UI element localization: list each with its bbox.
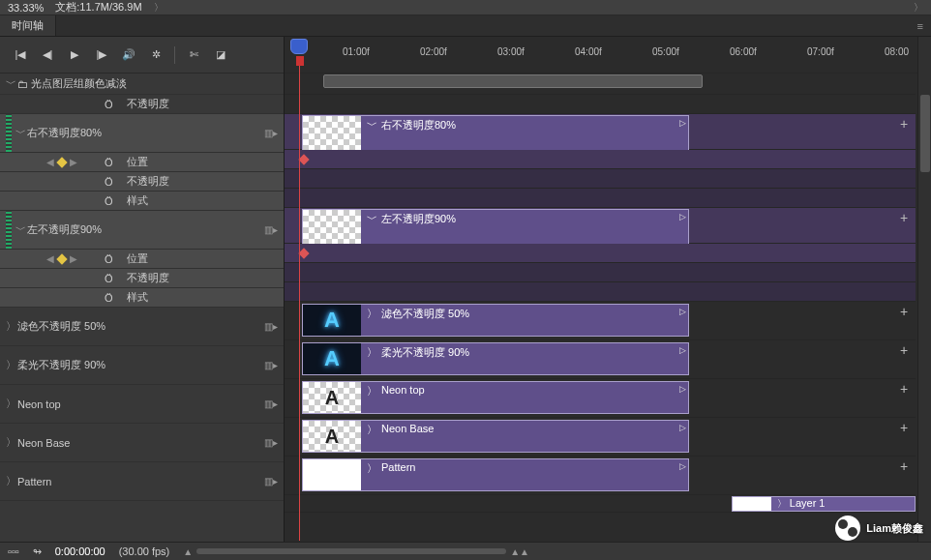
- vertical-scrollbar[interactable]: [917, 37, 931, 542]
- track-pattern[interactable]: 〉Pattern ▷ +: [285, 457, 916, 495]
- twirl-right-icon[interactable]: 〉: [6, 358, 17, 372]
- add-track-button[interactable]: +: [896, 304, 912, 319]
- twirl-right-icon[interactable]: 〉: [6, 319, 17, 334]
- twirl-down-icon[interactable]: ﹀: [367, 212, 377, 226]
- film-icon[interactable]: ▥▸: [264, 128, 278, 138]
- keyframe-diamond-icon[interactable]: [56, 157, 67, 167]
- twirl-right-icon[interactable]: 〉: [367, 345, 377, 360]
- prop-style[interactable]: Ö 样式: [0, 192, 284, 211]
- prop-position[interactable]: ◀▶ Ö 位置: [0, 250, 284, 269]
- track-row[interactable]: [285, 189, 916, 208]
- track-group[interactable]: [285, 74, 916, 95]
- clip-pattern[interactable]: 〉Pattern ▷: [302, 458, 689, 491]
- film-icon[interactable]: ▥▸: [264, 437, 278, 448]
- clip-right80[interactable]: ﹀右不透明度80% ▷: [302, 115, 689, 151]
- tab-timeline[interactable]: 时间轴: [0, 15, 56, 36]
- film-icon[interactable]: ▥▸: [264, 398, 278, 409]
- clip-filter50[interactable]: 〉滤色不透明度 50% ▷: [302, 304, 689, 337]
- twirl-right-icon[interactable]: 〉: [6, 435, 17, 450]
- layer-left90[interactable]: ﹀ 左不透明度90% ▥▸: [0, 211, 284, 250]
- add-track-button[interactable]: +: [896, 342, 912, 358]
- next-frame-button[interactable]: |▶: [93, 46, 110, 64]
- work-area-bar[interactable]: [323, 74, 703, 88]
- track-row[interactable]: [285, 263, 916, 282]
- chevron-right-icon[interactable]: 〉: [914, 1, 923, 15]
- clip-end-icon[interactable]: ▷: [679, 212, 686, 221]
- time-ruler[interactable]: 01:00f02:00f03:00f04:00f05:00f06:00f07:0…: [285, 37, 931, 74]
- twirl-right-icon[interactable]: 〉: [367, 423, 377, 437]
- track-row[interactable]: [285, 282, 916, 302]
- add-track-button[interactable]: +: [896, 210, 912, 225]
- track-right80[interactable]: ﹀右不透明度80% ▷ +: [285, 114, 916, 150]
- film-icon[interactable]: ▥▸: [264, 360, 278, 370]
- track-row[interactable]: [285, 244, 916, 263]
- prop-opacity[interactable]: Ö 不透明度: [0, 95, 284, 114]
- stopwatch-icon[interactable]: Ö: [105, 99, 113, 110]
- film-icon[interactable]: ▥▸: [264, 321, 278, 332]
- scroll-thumb[interactable]: [920, 95, 930, 172]
- layer-group[interactable]: ﹀ 🗀 光点图层组颜色减淡: [0, 74, 284, 95]
- twirl-down-icon[interactable]: ﹀: [367, 118, 377, 133]
- visibility-strip[interactable]: [6, 211, 12, 249]
- add-track-button[interactable]: +: [896, 458, 912, 474]
- clip-layer1[interactable]: 〉 Layer 1: [732, 496, 916, 512]
- track-left90[interactable]: ﹀左不透明度90% ▷ +: [285, 208, 916, 244]
- twirl-right-icon[interactable]: 〉: [367, 461, 377, 476]
- clip-neonbase[interactable]: 〉Neon Base ▷: [302, 420, 689, 453]
- loop-icon[interactable]: ↬: [33, 545, 42, 558]
- add-track-button[interactable]: +: [896, 381, 912, 397]
- clip-end-icon[interactable]: ▷: [679, 423, 686, 432]
- twirl-right-icon[interactable]: 〉: [6, 397, 17, 411]
- keyframe-marker[interactable]: [298, 248, 309, 258]
- stopwatch-icon[interactable]: Ö: [105, 195, 113, 207]
- twirl-right-icon[interactable]: 〉: [367, 384, 377, 398]
- chevron-right-icon[interactable]: 〉: [154, 1, 164, 15]
- audio-toggle-button[interactable]: 🔊: [120, 46, 137, 64]
- playhead-icon[interactable]: [290, 39, 308, 54]
- film-icon[interactable]: ▥▸: [264, 476, 278, 486]
- clip-end-icon[interactable]: ▷: [679, 307, 686, 316]
- clip-end-icon[interactable]: ▷: [679, 384, 686, 394]
- zoom-out-icon[interactable]: ▲: [183, 546, 193, 557]
- clip-end-icon[interactable]: ▷: [679, 345, 686, 355]
- keyframe-diamond-icon[interactable]: [56, 253, 67, 264]
- clip-left90[interactable]: ﹀左不透明度90% ▷: [302, 209, 689, 245]
- prev-frame-button[interactable]: ◀|: [39, 46, 56, 64]
- stopwatch-icon[interactable]: Ö: [105, 176, 113, 188]
- layer-pattern[interactable]: 〉 Pattern ▥▸: [0, 462, 284, 501]
- add-track-button[interactable]: +: [896, 116, 912, 132]
- track-filter50[interactable]: 〉滤色不透明度 50% ▷ +: [285, 302, 916, 340]
- layer-neonbase[interactable]: 〉 Neon Base ▥▸: [0, 424, 284, 462]
- split-button[interactable]: ✄: [185, 46, 202, 64]
- layer-soft90[interactable]: 〉 柔光不透明度 90% ▥▸: [0, 346, 284, 385]
- stopwatch-icon[interactable]: Ö: [105, 253, 113, 265]
- settings-button[interactable]: ✲: [147, 46, 165, 64]
- current-time[interactable]: 0:00:00:00: [55, 545, 105, 557]
- twirl-down-icon[interactable]: ﹀: [15, 222, 27, 237]
- stopwatch-icon[interactable]: Ö: [105, 273, 113, 284]
- go-start-button[interactable]: |◀: [12, 46, 29, 64]
- play-button[interactable]: ▶: [66, 46, 83, 64]
- twirl-right-icon[interactable]: 〉: [367, 307, 377, 321]
- prop-style[interactable]: Ö 样式: [0, 288, 284, 308]
- transition-button[interactable]: ◪: [212, 46, 229, 64]
- track-soft90[interactable]: 〉柔光不透明度 90% ▷ +: [285, 340, 916, 379]
- keyframe-marker[interactable]: [298, 154, 309, 164]
- zoom-slider[interactable]: [196, 548, 506, 554]
- zoom-in-icon[interactable]: ▲▲: [510, 546, 529, 557]
- prop-opacity[interactable]: Ö 不透明度: [0, 269, 284, 288]
- clip-end-icon[interactable]: ▷: [679, 461, 686, 471]
- stopwatch-icon[interactable]: Ö: [105, 292, 113, 304]
- prop-position[interactable]: ◀▶ Ö 位置: [0, 153, 284, 172]
- track-neontop[interactable]: 〉Neon top ▷ +: [285, 379, 916, 418]
- clip-neontop[interactable]: 〉Neon top ▷: [302, 381, 689, 414]
- layer-right80[interactable]: ﹀ 右不透明度80% ▥▸: [0, 114, 284, 153]
- track-row[interactable]: [285, 150, 916, 169]
- film-icon[interactable]: ▥▸: [264, 224, 278, 235]
- clip-end-icon[interactable]: ▷: [679, 118, 686, 128]
- track-neonbase[interactable]: 〉Neon Base ▷ +: [285, 418, 916, 457]
- twirl-down-icon[interactable]: ﹀: [6, 76, 17, 91]
- layer-neontop[interactable]: 〉 Neon top ▥▸: [0, 385, 284, 424]
- layer-filter50[interactable]: 〉 滤色不透明度 50% ▥▸: [0, 308, 284, 346]
- prop-opacity[interactable]: Ö 不透明度: [0, 172, 284, 192]
